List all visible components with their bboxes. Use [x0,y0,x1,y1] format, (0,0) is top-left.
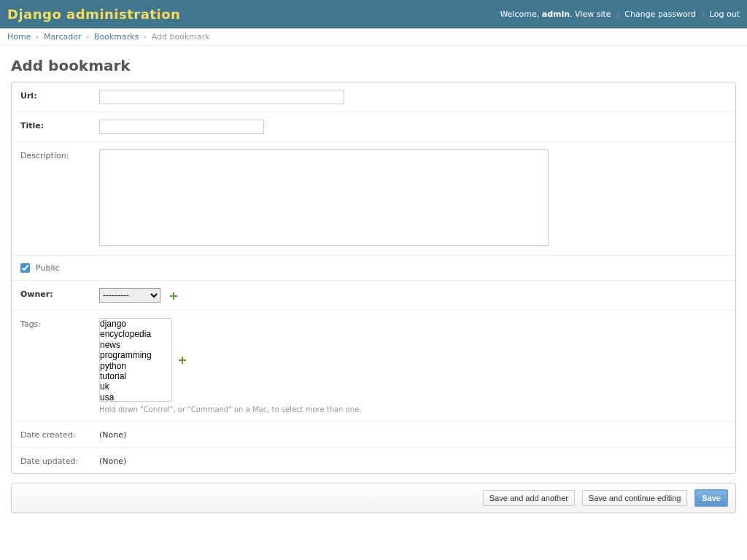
tags-help-text: Hold down "Control", or "Command" on a M… [99,405,727,413]
separator: / [699,9,708,19]
add-owner-icon[interactable] [169,292,178,300]
label-url: Url: [20,90,99,101]
row-date-updated: Date updated: (None) [12,448,735,473]
logout-link[interactable]: Log out [710,9,740,19]
label-tags: Tags: [20,318,99,329]
save-button[interactable] [694,489,728,507]
label-owner: Owner: [20,288,99,299]
row-description: Description: [12,142,735,256]
tags-select[interactable]: djangoencyclopedianewsprogrammingpythont… [99,318,172,402]
submit-row [11,483,736,513]
add-tag-icon[interactable] [178,356,187,365]
page-title: Add bookmark [11,57,736,74]
change-password-link[interactable]: Change password [624,9,696,19]
label-description: Description: [20,149,99,160]
label-public: Public [36,263,60,273]
content: Add bookmark Url: Title: Description: Pu… [0,46,747,524]
welcome-text: Welcome, [500,9,539,19]
row-url: Url: [12,82,735,112]
form-module: Url: Title: Description: Public Owner: -… [11,82,736,474]
value-date-updated: (None) [99,455,727,466]
description-textarea[interactable] [99,149,549,246]
branding-title: Django administration [7,7,180,22]
public-checkbox[interactable] [20,263,30,273]
label-title: Title: [20,120,99,131]
save-continue-button[interactable] [582,490,688,506]
row-public: Public [12,256,735,281]
row-title: Title: [12,112,735,142]
row-date-created: Date created: (None) [12,421,735,448]
header-bar: Django administration Welcome, admin. Vi… [0,0,747,28]
breadcrumb-app[interactable]: Marcador [44,32,82,42]
title-input[interactable] [99,120,264,134]
breadcrumb-home[interactable]: Home [7,32,31,42]
url-input[interactable] [99,90,344,104]
row-owner: Owner: --------- [12,281,735,311]
value-date-created: (None) [99,429,727,440]
save-add-another-button[interactable] [483,490,575,506]
current-user: admin [542,9,570,19]
separator: / [614,9,622,19]
row-tags: Tags: djangoencyclopedianewsprogrammingp… [12,311,735,421]
breadcrumb-current: Add bookmark [152,32,210,42]
breadcrumb: Home › Marcador › Bookmarks › Add bookma… [0,28,747,46]
owner-select[interactable]: --------- [99,288,160,303]
breadcrumb-model[interactable]: Bookmarks [94,32,139,42]
label-date-updated: Date updated: [20,455,99,466]
user-links: Welcome, admin. View site / Change passw… [500,9,740,19]
label-date-created: Date created: [20,429,99,440]
view-site-link[interactable]: View site [575,9,611,19]
